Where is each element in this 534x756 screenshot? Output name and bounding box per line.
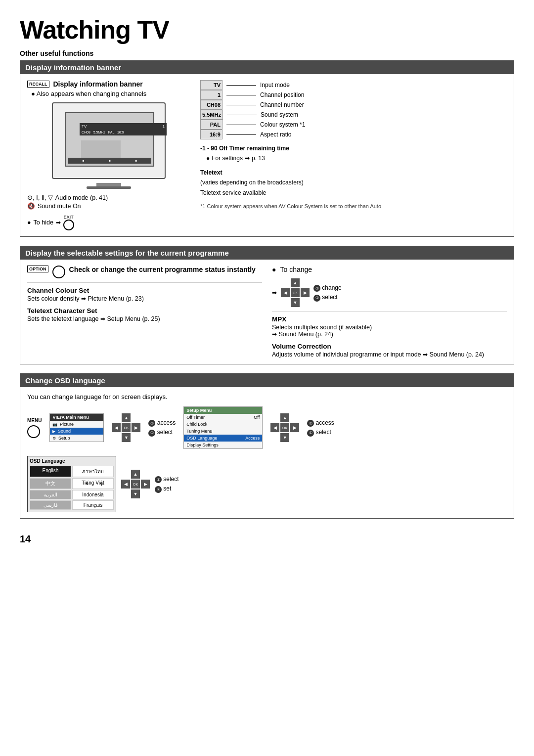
teletext-section: Teletext (varies depending on the broadc… [200,168,507,198]
info-label-pal: PAL Colour system *1 [200,120,507,130]
menu-item-setup[interactable]: ⚙ Setup [50,435,103,442]
teletext-avail: Teletext service available [200,188,507,198]
osd-lang-steps: OSD Language English ภาษาไทย 中文 Tiếng Vi… [27,456,507,512]
nav-arrows-3: ▲ ◀ OK ▶ ▼ [121,470,150,498]
access-select-col: ② change ① select [313,284,342,302]
also-text: ● Also appears when changing channels [31,90,195,97]
access-select-2: ② access ① select [307,419,334,437]
tv-info-bar2: CH08 5.5MHz PAL 16:9 [80,129,167,135]
option-label: OPTION [27,266,48,272]
nav-arrows-1: ▲ ◀ OK ▶ ▼ [112,413,140,442]
lang-english[interactable]: English [30,466,71,477]
section2-header: Display the selectable settings for the … [20,246,514,260]
footnote: *1 Colour system appears when AV Colour … [200,202,507,211]
recall-icon: RECALL [27,81,49,88]
exit-button[interactable] [63,220,74,230]
menu-label: MENU [27,418,42,423]
page-title: Watching TV [20,15,514,44]
nav-left-1[interactable]: ◀ [112,423,121,432]
menu-item-sound[interactable]: ▶ Sound [50,428,103,435]
nav-ok-2[interactable]: OK [280,423,289,432]
to-hide-row: ● To hide ➡ EXIT [27,215,195,230]
lang-persian[interactable]: فارسى [30,500,71,510]
lang-vietnamese[interactable]: Tiếng Việt [72,478,114,489]
nav-down[interactable]: ▼ [291,298,300,307]
nav-down-1[interactable]: ▼ [122,433,131,442]
nav-right[interactable]: ▶ [301,288,310,297]
nav-ok-3[interactable]: OK [131,480,140,489]
access-select-3: ① select ② set [155,476,179,493]
teletext-title: Teletext [200,168,507,178]
nav-right-2[interactable]: ▶ [290,423,299,432]
sound-mute-row: 🔇 Sound mute On [27,202,195,210]
to-hide-text: To hide [34,219,53,226]
menu-item-picture[interactable]: 📷 Picture [50,421,103,428]
setup-row-offtimer[interactable]: Off TimerOff [184,414,262,421]
osd-language-box: OSD Language English ภาษาไทย 中文 Tiếng Vi… [27,456,116,512]
info-label-tv: TV Input mode [200,80,507,90]
for-settings-row: ● For settings ➡ p. 13 [206,153,507,163]
audio-mode-row: ⊙, Ⅰ, Ⅱ, ▽ Audio mode (p. 41) [27,194,195,201]
nav-up-2[interactable]: ▲ [280,413,289,422]
other-useful-functions: Other useful functions [20,49,514,57]
nav-left-2[interactable]: ◀ [270,423,279,432]
nav-arrows-2: ▲ ◀ OK ▶ ▼ [270,413,299,442]
access-label-2: ② access [307,419,334,427]
nav-up[interactable]: ▲ [291,278,300,287]
banner-left: RECALL Display information banner ● Also… [27,80,195,230]
selectable-right: ● To change ➡ ▲ ◀ OK ▶ ▼ [272,266,507,358]
nav-up-1[interactable]: ▲ [122,413,131,422]
osd-intro: You can change language for on screen di… [27,393,507,400]
banner-right: TV Input mode 1 Channel position CH08 Ch… [200,80,507,230]
section3-header: Change OSD language [20,374,514,387]
osd-lang-title: OSD Language [30,458,114,464]
check-title: Check or change the current programme st… [69,266,256,273]
option-circle[interactable] [52,266,65,278]
lang-french[interactable]: Français [72,500,114,510]
section-display-banner: Display information banner RECALL Displa… [20,60,514,237]
banner-title: Display information banner [53,80,143,88]
menu-button[interactable] [27,425,40,438]
tv-frame: TV1 CH08 5.5MHz PAL 16:9 ■ ■ [52,102,166,179]
set-label: ② set [155,485,179,493]
osd-lang-grid: English ภาษาไทย 中文 Tiếng Việt العربية In… [30,466,114,510]
setup-menu-box: Setup Menu Off TimerOff Child Lock Tunin… [183,406,263,449]
nav-ok[interactable]: OK [291,288,300,297]
main-menu-box: VIErA Main Menu 📷 Picture ▶ Sound ⚙ Setu… [49,413,104,442]
select-label-1: ① select [148,429,176,437]
exit-label: EXIT [64,215,74,220]
setup-row-display[interactable]: Display Settings [184,442,262,448]
setup-row-tuning[interactable]: Tuning Menu [184,428,262,435]
off-timer-row: -1 - 90 Off Timer remaining time [200,143,507,153]
select-label: ① select [313,294,342,302]
lang-thai[interactable]: ภาษาไทย [72,466,114,477]
mpx-title: MPX [272,315,507,323]
section1-header: Display information banner [20,61,514,74]
nav-up-3[interactable]: ▲ [131,470,140,479]
nav-down-2[interactable]: ▼ [280,433,289,442]
setup-row-childlock[interactable]: Child Lock [184,421,262,428]
page-number: 14 [20,534,514,545]
nav-left-3[interactable]: ◀ [121,480,130,489]
nav-right-3[interactable]: ▶ [141,480,150,489]
info-label-169: 16:9 Aspect ratio [200,130,507,139]
mpx-text: Selects multiplex sound (if available) ➡… [272,324,507,338]
setup-row-osd[interactable]: OSD LanguageAccess [184,435,262,442]
osd-steps-1: MENU VIErA Main Menu 📷 Picture ▶ Sound ⚙… [27,406,507,449]
nav-right-1[interactable]: ▶ [132,423,140,432]
lang-indonesian[interactable]: Indonesia [72,490,114,499]
nav-arrows: ▲ ◀ OK ▶ ▼ [281,278,310,307]
tv-screen: TV1 CH08 5.5MHz PAL 16:9 ■ ■ [65,112,154,167]
lang-chinese[interactable]: 中文 [30,478,71,489]
to-change-row: ● To change [272,266,507,273]
nav-left[interactable]: ◀ [281,288,290,297]
audio-mode-text: Audio mode (p. 41) [55,194,108,201]
channel-colour-set-text: Sets colour density ➡ Picture Menu (p. 2… [27,295,262,302]
change-label: ② change [313,284,342,292]
nav-down-3[interactable]: ▼ [131,489,140,498]
info-label-1: 1 Channel position [200,90,507,100]
section-osd-language: Change OSD language You can change langu… [20,373,514,519]
info-label-ch08: CH08 Channel number [200,100,507,110]
nav-ok-1[interactable]: OK [122,423,131,432]
lang-arabic[interactable]: العربية [30,490,71,499]
